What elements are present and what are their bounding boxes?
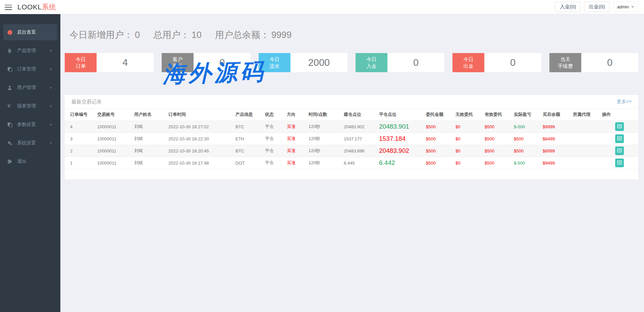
cell-balance: $8999 <box>541 145 572 157</box>
cell-status: 平仓 <box>264 145 285 157</box>
column-header: 时间/点数 <box>307 109 342 121</box>
cell-agent <box>572 121 601 133</box>
summary-value: 0 <box>135 30 140 40</box>
sidebar-item-3[interactable]: 订单管理 <box>3 61 57 77</box>
chevron-right-icon <box>50 68 53 71</box>
cell-action <box>601 157 638 169</box>
column-header: 所属代理 <box>572 109 601 121</box>
cell-invalid-amount: $0 <box>454 157 483 169</box>
logout-icon <box>7 159 15 164</box>
menu-toggle-icon[interactable] <box>5 5 12 10</box>
cell-order-id: 1 <box>65 157 96 169</box>
column-header: 有效委托 <box>483 109 513 121</box>
cell-profit: $500 <box>513 145 541 157</box>
cell-status: 平仓 <box>264 121 285 133</box>
chevron-right-icon <box>50 142 53 144</box>
deposit-button[interactable]: 入金(0) <box>555 2 581 12</box>
sidebar-item-4[interactable]: 用户管理 <box>3 80 57 96</box>
sidebar-item-5[interactable]: ¥报表管理 <box>3 98 57 114</box>
cell-valid-amount: $500 <box>483 145 513 157</box>
cell-close-price: 1537.184 <box>378 133 425 145</box>
panel-title: 最新交易记录 <box>71 99 102 105</box>
chevron-right-icon <box>50 86 53 89</box>
sidebar-item-label: 参数设置 <box>17 122 50 128</box>
sidebar-item-2[interactable]: B产品管理 <box>3 43 57 59</box>
sidebar-item-label: 产品管理 <box>17 48 50 54</box>
cell-status: 平仓 <box>264 157 285 169</box>
yen-icon: ¥ <box>7 103 15 109</box>
column-header: 无效委托 <box>454 109 483 121</box>
cell-amount: $500 <box>425 133 454 145</box>
table-row: 410000011刘斌2022-10-30 16:27:02BTC平仓买涨120… <box>65 121 638 133</box>
summary-item: 用户总余额：9999 <box>215 29 291 41</box>
sidebar-item-7[interactable]: 系统设置 <box>3 135 57 151</box>
table-header-row: 订单编号交易账号用户姓名订单时间产品信息状态方向时间/点数建仓点位平仓点位委托金… <box>65 109 638 121</box>
user-icon <box>7 85 15 90</box>
withdraw-button[interactable]: 出金(0) <box>584 2 609 12</box>
cell-account: 10000011 <box>96 157 133 169</box>
cell-account: 10000011 <box>96 133 133 145</box>
cell-open-price: 1537.177 <box>342 133 378 145</box>
cell-product: BTC <box>234 145 264 157</box>
summary-item: 总用户：10 <box>153 29 202 41</box>
summary-value: 9999 <box>271 30 291 40</box>
order-detail-button[interactable] <box>615 159 624 167</box>
stat-card-value: 2000 <box>290 53 347 72</box>
cell-open-price: 6.445 <box>342 157 378 169</box>
summary-value: 10 <box>192 30 202 40</box>
svg-text:B: B <box>8 48 11 53</box>
sidebar-item-6[interactable]: 参数设置 <box>3 117 57 133</box>
cell-direction: 买涨 <box>285 157 307 169</box>
more-link[interactable]: 更多>> <box>617 99 632 105</box>
column-header: 建仓点位 <box>342 109 378 121</box>
stat-card: 客户盈亏0 <box>162 53 251 72</box>
sidebar-item-label: 退出 <box>17 159 53 165</box>
cell-profit: $-500 <box>513 121 541 133</box>
cell-agent <box>572 145 601 157</box>
cell-amount: $500 <box>425 121 454 133</box>
cell-user-name: 刘斌 <box>133 121 167 133</box>
cell-balance: $9999 <box>541 121 572 133</box>
order-detail-button[interactable] <box>615 146 624 155</box>
order-detail-button[interactable] <box>615 134 624 143</box>
user-menu-dropdown[interactable]: admin <box>613 2 638 12</box>
stat-card-label: 今日流水 <box>259 53 290 72</box>
cell-amount: $500 <box>425 157 454 169</box>
cell-duration: 120秒 <box>307 121 342 133</box>
cell-valid-amount: $500 <box>483 133 513 145</box>
cell-invalid-amount: $0 <box>454 133 483 145</box>
stat-card-label: 今日订单 <box>65 53 97 72</box>
stat-card-value: 0 <box>387 53 444 72</box>
cell-amount: $500 <box>425 145 454 157</box>
cell-order-time: 2022-10-30 16:17:48 <box>167 157 234 169</box>
sidebar-item-label: 后台首页 <box>17 29 53 35</box>
chevron-down-icon <box>631 6 634 9</box>
stat-card-value: 0 <box>194 53 251 72</box>
sidebar-item-1[interactable]: 后台首页 <box>3 24 57 40</box>
cell-product: ETH <box>234 133 264 145</box>
cell-account: 10000011 <box>96 145 133 157</box>
logo-text: LOOKL <box>17 3 42 11</box>
dashboard-icon <box>7 30 15 35</box>
app-logo: LOOKL系统 <box>17 2 56 12</box>
chevron-right-icon <box>50 105 53 107</box>
cell-order-id: 4 <box>65 121 96 133</box>
stat-card-label: 当天手续费 <box>549 53 581 72</box>
cell-direction: 买涨 <box>285 133 307 145</box>
sidebar-item-8[interactable]: 退出 <box>3 153 57 170</box>
order-detail-button[interactable] <box>615 122 624 131</box>
column-header: 平仓点位 <box>378 109 425 121</box>
cell-action <box>601 121 638 133</box>
list-icon <box>617 161 622 166</box>
cell-order-id: 2 <box>65 145 96 157</box>
column-header: 委托金额 <box>425 109 454 121</box>
column-header: 买后余额 <box>541 109 572 121</box>
trades-table: 订单编号交易账号用户姓名订单时间产品信息状态方向时间/点数建仓点位平仓点位委托金… <box>65 109 638 169</box>
chevron-right-icon <box>50 49 53 52</box>
sidebar-item-label: 用户管理 <box>17 85 50 91</box>
cell-account: 10000011 <box>96 121 133 133</box>
cell-order-time: 2022-10-30 16:20:45 <box>167 145 234 157</box>
cell-valid-amount: $500 <box>483 157 513 169</box>
cell-close-price: 20483.901 <box>378 121 425 133</box>
cell-direction: 买涨 <box>285 145 307 157</box>
